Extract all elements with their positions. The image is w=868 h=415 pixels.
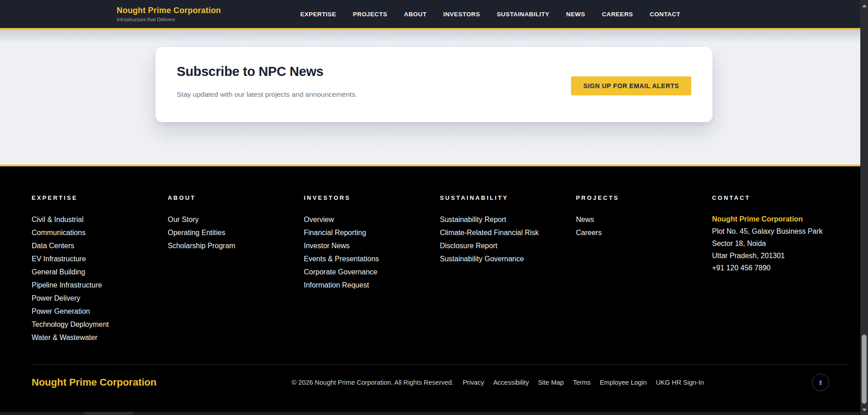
scrollbar-up-arrow-icon[interactable] xyxy=(862,5,867,7)
footer-link[interactable]: Scholarship Program xyxy=(168,239,291,252)
footer-col-heading: ABOUT xyxy=(168,194,304,201)
horizontal-scrollbar[interactable] xyxy=(0,412,860,415)
footer-link[interactable]: Civil & Industrial xyxy=(32,213,155,226)
copyright-text: © 2026 Nought Prime Corporation. All Rig… xyxy=(292,379,453,386)
footer-link[interactable]: Sustainability Report xyxy=(440,213,563,226)
nav-item[interactable]: PROJECTS xyxy=(353,11,387,18)
footer-link[interactable]: Pipeline Infrastructure xyxy=(32,278,155,292)
footer-links-projects: NewsCareers xyxy=(576,213,712,239)
footer-link[interactable]: Events & Presentations xyxy=(304,252,427,265)
scroll-to-top-button[interactable]: ⬆ xyxy=(812,374,829,391)
footer-link[interactable]: Communications xyxy=(32,226,155,239)
footer-link[interactable]: Technology Deployment xyxy=(32,318,155,331)
terms-link[interactable]: Terms xyxy=(573,379,590,386)
contact-address-line: Sector 18, Noida xyxy=(712,237,848,250)
subscribe-subtitle: Stay updated with our latest projects an… xyxy=(177,90,357,99)
employee-login-link[interactable]: Employee Login xyxy=(600,379,647,386)
footer-link[interactable]: Careers xyxy=(576,226,699,239)
nav-item[interactable]: SUSTAINABILITY xyxy=(497,11,549,18)
legal-links-row: © 2026 Nought Prime Corporation. All Rig… xyxy=(292,379,704,386)
horizontal-scrollbar-thumb[interactable] xyxy=(84,412,133,415)
footer-link[interactable]: Power Delivery xyxy=(32,292,155,305)
contact-block: Nought Prime Corporation Plot No. 45, Ga… xyxy=(712,213,848,274)
site-map-link[interactable]: Site Map xyxy=(538,379,564,386)
subscribe-card: Subscribe to NPC News Stay updated with … xyxy=(156,47,712,122)
footer-col-heading: CONTACT xyxy=(712,194,848,201)
subscribe-title: Subscribe to NPC News xyxy=(177,64,324,79)
ukg-hr-signin-link[interactable]: UKG HR Sign-In xyxy=(656,379,704,386)
footer-col-heading: SUSTAINABILITY xyxy=(440,194,576,201)
vertical-scrollbar[interactable] xyxy=(860,0,868,415)
top-header: Nought Prime Corporation Infrastructure … xyxy=(0,0,868,30)
main-nav: EXPERTISEPROJECTSABOUTINVESTORSSUSTAINAB… xyxy=(300,11,680,18)
header-logo[interactable]: Nought Prime Corporation Infrastructure … xyxy=(117,6,221,22)
footer-link[interactable]: Investor News xyxy=(304,239,427,252)
footer-link[interactable]: Water & Wastewater xyxy=(32,331,155,344)
footer-col-heading: EXPERTISE xyxy=(32,194,168,201)
subscribe-section: Subscribe to NPC News Stay updated with … xyxy=(0,30,868,166)
footer-col-projects: PROJECTS NewsCareers xyxy=(576,194,712,344)
nav-item[interactable]: ABOUT xyxy=(404,11,427,18)
nav-item[interactable]: CONTACT xyxy=(650,11,680,18)
footer-col-about: ABOUT Our StoryOperating EntitiesScholar… xyxy=(168,194,304,344)
footer-columns: EXPERTISE Civil & IndustrialCommunicatio… xyxy=(0,194,868,344)
nav-item[interactable]: CAREERS xyxy=(602,11,633,18)
nav-item[interactable]: NEWS xyxy=(566,11,585,18)
footer-link[interactable]: Data Centers xyxy=(32,239,155,252)
footer-col-contact: CONTACT Nought Prime Corporation Plot No… xyxy=(712,194,848,344)
vertical-scrollbar-thumb[interactable] xyxy=(862,335,867,404)
footer-col-sustainability: SUSTAINABILITY Sustainability ReportClim… xyxy=(440,194,576,344)
footer-links-sustainability: Sustainability ReportClimate-Related Fin… xyxy=(440,213,576,265)
contact-phone[interactable]: +91 120 456 7890 xyxy=(712,262,848,274)
footer-link[interactable]: General Building xyxy=(32,265,155,278)
footer-link[interactable]: Financial Reporting xyxy=(304,226,427,239)
nav-item[interactable]: INVESTORS xyxy=(443,11,480,18)
footer-link[interactable]: Overview xyxy=(304,213,427,226)
footer-link[interactable]: Sustainability Governance xyxy=(440,252,563,265)
footer-link[interactable]: Corporate Governance xyxy=(304,265,427,278)
footer-links-investors: OverviewFinancial ReportingInvestor News… xyxy=(304,213,440,292)
footer-col-investors: INVESTORS OverviewFinancial ReportingInv… xyxy=(304,194,440,344)
footer-link[interactable]: Operating Entities xyxy=(168,226,291,239)
footer-bottom-bar: Nought Prime Corporation © 2026 Nought P… xyxy=(0,374,868,391)
footer-link[interactable]: Climate-Related Financial Risk Disclosur… xyxy=(440,226,563,252)
footer-col-expertise: EXPERTISE Civil & IndustrialCommunicatio… xyxy=(32,194,168,344)
footer-col-heading: INVESTORS xyxy=(304,194,440,201)
footer-divider xyxy=(32,364,848,365)
brand-title[interactable]: Nought Prime Corporation xyxy=(117,6,221,15)
footer-link[interactable]: Our Story xyxy=(168,213,291,226)
accessibility-link[interactable]: Accessibility xyxy=(493,379,529,386)
signup-email-alerts-button[interactable]: SIGN UP FOR EMAIL ALERTS xyxy=(571,76,691,95)
footer-links-expertise: Civil & IndustrialCommunicationsData Cen… xyxy=(32,213,168,344)
footer-col-heading: PROJECTS xyxy=(576,194,712,201)
footer-logo[interactable]: Nought Prime Corporation xyxy=(32,377,156,388)
page: Nought Prime Corporation Infrastructure … xyxy=(0,0,868,415)
footer-link[interactable]: News xyxy=(576,213,699,226)
footer-link[interactable]: Information Request xyxy=(304,278,427,292)
footer-links-about: Our StoryOperating EntitiesScholarship P… xyxy=(168,213,304,252)
brand-tagline: Infrastructure that Delivers xyxy=(117,17,221,22)
contact-address-line: Uttar Pradesh, 201301 xyxy=(712,250,848,262)
arrow-up-icon: ⬆ xyxy=(818,379,824,386)
nav-item[interactable]: EXPERTISE xyxy=(300,11,336,18)
privacy-link[interactable]: Privacy xyxy=(462,379,484,386)
scrollbar-down-arrow-icon[interactable] xyxy=(862,409,867,411)
footer: EXPERTISE Civil & IndustrialCommunicatio… xyxy=(0,166,868,391)
contact-company: Nought Prime Corporation xyxy=(712,213,848,225)
footer-link[interactable]: Power Generation xyxy=(32,305,155,318)
footer-link[interactable]: EV Infrastructure xyxy=(32,252,155,265)
contact-address-line: Plot No. 45, Galaxy Business Park xyxy=(712,225,848,237)
